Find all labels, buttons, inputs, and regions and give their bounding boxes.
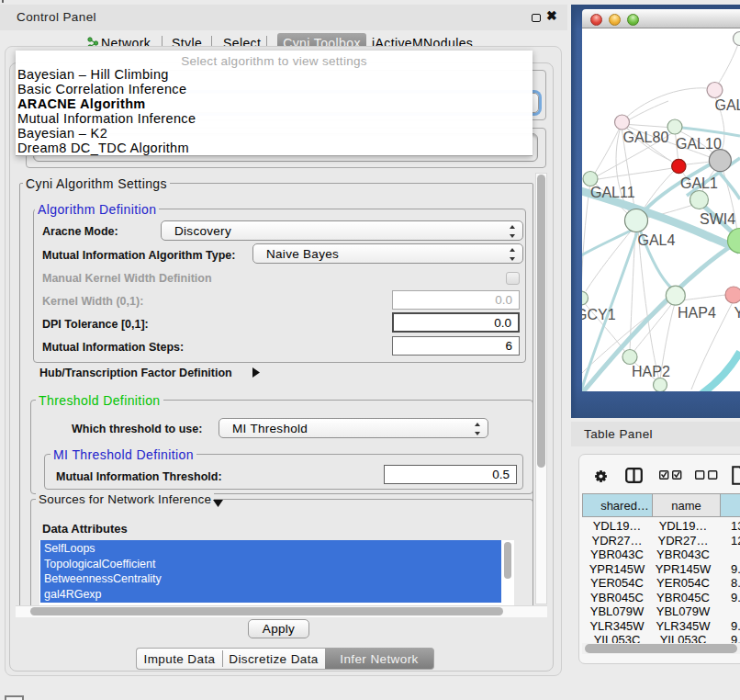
- svg-text:GCY1: GCY1: [582, 307, 616, 322]
- svg-text:GAL11: GAL11: [590, 185, 635, 200]
- svg-text:SWI4: SWI4: [700, 211, 735, 227]
- svg-text:GAL1: GAL1: [680, 175, 718, 191]
- svg-text:GAL4: GAL4: [638, 232, 676, 248]
- svg-text:GAL10: GAL10: [676, 136, 722, 152]
- svg-text:YE: YE: [734, 305, 740, 321]
- svg-text:HAP4: HAP4: [678, 305, 716, 321]
- svg-text:GAL2: GAL2: [715, 97, 740, 113]
- svg-text:HAP2: HAP2: [632, 364, 670, 379]
- svg-text:GAL80: GAL80: [623, 130, 669, 145]
